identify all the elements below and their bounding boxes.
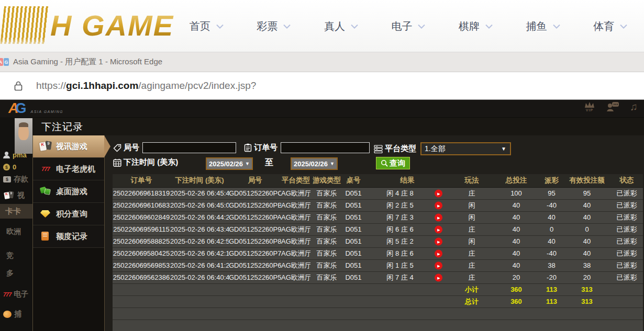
music-icon[interactable]: ♫ [630, 101, 638, 112]
table-no: D051 [343, 199, 364, 211]
lock-icon[interactable] [14, 81, 23, 91]
chevron-down-icon [418, 24, 425, 29]
modal-main: 局号 订单号 平台类型 1.全部 [105, 135, 644, 331]
game-type: 百家乐 [310, 235, 343, 247]
ag-logo[interactable]: A G ASIA GAMING [8, 100, 63, 116]
sidebar-item-2[interactable]: 桌面游戏 [33, 180, 104, 203]
sum-valid-bet: 313 [563, 283, 610, 295]
col-header: 有效投注额 [563, 174, 610, 187]
status-badge: 已派彩 [610, 223, 643, 235]
lobby-item-europe[interactable]: 欧洲 [6, 227, 21, 236]
nav-item-2[interactable]: 真人 [324, 19, 358, 33]
search-button[interactable]: 查询 [376, 157, 410, 169]
total-bet: 40 [493, 259, 540, 271]
date-to-picker[interactable]: 2025/02/26 ▼ [291, 157, 338, 170]
platform: AG欧洲厅 [281, 259, 310, 271]
balance-row: $ 0 [3, 163, 16, 171]
game-type: 百家乐 [310, 223, 343, 235]
nav-item-1[interactable]: 彩票 [257, 19, 291, 33]
table-row: 2502260695698532025-02-26 06:41:21GD0512… [113, 259, 643, 271]
play-video-icon[interactable] [435, 249, 442, 257]
url-text[interactable]: https://gci.1hhapi.com/agingame/pcv2/ind… [36, 80, 256, 92]
round-no: GD051252260PC [229, 187, 281, 199]
round-no: GD051252260PB [229, 199, 281, 211]
slots-icon: 777 [39, 164, 52, 174]
sidebar-item-4[interactable]: 额度记录 [33, 225, 104, 248]
lobby-item-deposit[interactable]: $ 存款 [3, 175, 28, 184]
play-type: 庄 [451, 259, 493, 271]
sum-payout: 113 [540, 283, 563, 295]
nav-item-6[interactable]: 体育 [593, 19, 627, 33]
platform: AG欧洲厅 [281, 271, 310, 283]
lobby-item-fishing[interactable]: 捕 [3, 310, 21, 319]
platform: AG欧洲厅 [281, 199, 310, 211]
chat-icon[interactable] [606, 101, 619, 112]
table-row: 2502260696106832025-02-26 06:45:04GD0512… [113, 199, 643, 211]
sidebar-item-1[interactable]: 777电子老虎机 [33, 158, 104, 180]
sidebar-item-0[interactable]: 9K视讯游戏 [33, 135, 104, 158]
game-type: 百家乐 [310, 271, 343, 283]
platform: AG欧洲厅 [281, 247, 310, 259]
order-no: 250226069569853 [113, 259, 170, 271]
col-header: 派彩 [540, 174, 563, 187]
play-video-icon[interactable] [435, 261, 442, 269]
sum-label: 小计 [451, 283, 493, 295]
col-header: 结果 [364, 174, 451, 187]
calendar-icon [113, 158, 121, 167]
total-bet: 20 [493, 271, 540, 283]
result: 闲 7 庄 3 [364, 211, 451, 223]
play-video-icon[interactable] [435, 201, 442, 209]
username: pma [13, 151, 27, 159]
play-video-icon[interactable] [435, 237, 442, 245]
round-filter: 局号 [113, 142, 236, 153]
play-video-icon[interactable] [435, 213, 442, 221]
round-no-input[interactable] [142, 142, 236, 153]
vip-icon[interactable]: VIP [584, 101, 595, 112]
modal-title: 下注记录 [41, 120, 83, 134]
col-header: 订单号 [113, 174, 170, 187]
lobby-item-kaka[interactable]: 卡卡 [0, 204, 32, 219]
play-video-icon[interactable] [435, 189, 442, 197]
lobby-item-multi[interactable]: 多 [6, 269, 14, 278]
col-header: 桌号 [343, 174, 364, 187]
lobby-item-jingmi[interactable]: 竞 [6, 251, 14, 260]
col-header: 总投注 [493, 174, 540, 187]
lobby-item-slots[interactable]: 777 电子 [3, 290, 28, 299]
date-from-picker[interactable]: 2025/02/26 ▼ [206, 157, 253, 170]
table-header-row: 订单号下注时间 (美东)局号平台类型游戏类型桌号结果玩法总投注派彩有效投注额状态 [113, 174, 643, 187]
nav-item-5[interactable]: 捕鱼 [526, 19, 560, 33]
table-row: 2502260695804252025-02-26 06:42:16GD0512… [113, 247, 643, 259]
platform-type-select[interactable]: 1.全部 ▼ [420, 142, 511, 155]
empty-row [113, 307, 643, 319]
nav-item-3[interactable]: 电子 [391, 19, 425, 33]
person-icon [3, 152, 10, 158]
edge-urlbar[interactable]: https://gci.1hhapi.com/agingame/pcv2/ind… [0, 72, 644, 100]
site-nav: H GAME 首页彩票真人电子棋牌捕鱼体育 [0, 0, 644, 52]
lobby-item-video[interactable]: 9K 视 [3, 190, 25, 201]
window-title: Asia Gaming - 用户配置 1 - Microsoft Edge [13, 57, 162, 67]
sum-total-bet: 360 [493, 295, 540, 307]
result: 闲 6 庄 6 [364, 223, 451, 235]
play-video-icon[interactable] [435, 273, 442, 281]
play-type: 庄 [451, 271, 493, 283]
order-no: 250226069588825 [113, 235, 170, 247]
order-no-input[interactable] [281, 142, 370, 153]
main-nav-menu: 首页彩票真人电子棋牌捕鱼体育 [173, 0, 644, 52]
col-header: 局号 [229, 174, 281, 187]
table-row: 2502260695888252025-02-26 06:42:59GD0512… [113, 235, 643, 247]
result: 闲 8 庄 6 [364, 247, 451, 259]
table-row: 2502260696028492025-02-26 06:44:23GD0512… [113, 211, 643, 223]
platform-list-icon [374, 145, 383, 153]
total-bet: 40 [493, 223, 540, 235]
sidebar-item-3[interactable]: 积分查询 [33, 203, 104, 225]
site-logo[interactable]: H GAME [2, 6, 174, 44]
gem-icon [39, 209, 52, 219]
play-video-icon[interactable] [435, 225, 442, 233]
caret-down-icon: ▼ [245, 161, 250, 166]
nav-item-4[interactable]: 棋牌 [459, 19, 493, 33]
date-from-wrap: 2025/02/26 ▼ [206, 157, 253, 170]
platform: AG欧洲厅 [281, 187, 310, 199]
round-no: GD051252260P6 [229, 259, 281, 271]
nav-item-0[interactable]: 首页 [190, 19, 224, 33]
modal-sidebar: 9K视讯游戏777电子老虎机桌面游戏积分查询额度记录 [32, 135, 105, 331]
